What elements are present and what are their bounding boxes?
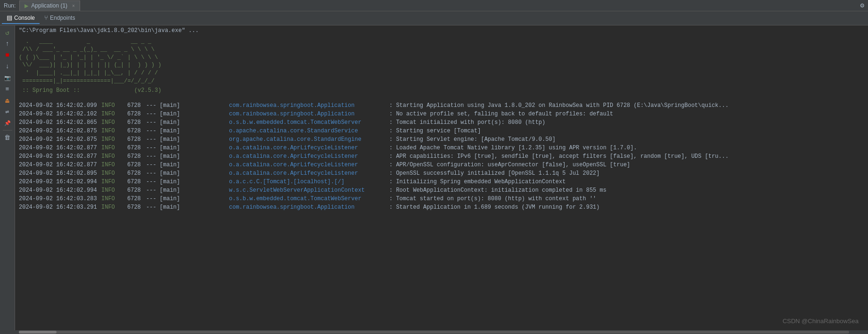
log-level: INFO [101, 118, 127, 127]
stop-button[interactable]: ■ [1, 50, 14, 60]
log-line: 2024-09-02 16:42:02.875 INFO 6728 --- [ … [19, 135, 864, 144]
snapshot-button[interactable]: 📷 [1, 73, 14, 83]
log-pid: 6728 [127, 195, 146, 203]
settings-icon[interactable]: ⚙ [860, 1, 864, 9]
log-timestamp: 2024-09-02 16:42:02.865 [19, 118, 101, 127]
log-separator: --- [ [146, 127, 163, 135]
log-pid: 6728 [127, 203, 146, 212]
log-separator: --- [ [146, 144, 163, 152]
log-logger: com.rainbowsea.springboot.Application [229, 203, 389, 212]
log-level: INFO [101, 127, 127, 135]
log-logger: o.a.catalina.core.AprLifecycleListener [229, 169, 389, 178]
log-timestamp: 2024-09-02 16:42:03.283 [19, 195, 101, 203]
tab-title: Application (1) [31, 2, 67, 9]
log-line: 2024-09-02 16:42:03.291 INFO 6728 --- [ … [19, 203, 864, 212]
log-level: INFO [101, 110, 127, 118]
log-message: : Starting Application using Java 1.8.0_… [389, 101, 729, 110]
log-logger: o.s.b.w.embedded.tomcat.TomcatWebServer [229, 118, 389, 127]
log-line: 2024-09-02 16:42:02.865 INFO 6728 --- [ … [19, 118, 864, 127]
log-level: INFO [101, 101, 127, 110]
log-message: : Tomcat initialized with port(s): 8080 … [389, 118, 545, 127]
toolbar-row: ▤ Console ⑂ Endpoints [0, 11, 868, 25]
log-line: 2024-09-02 16:42:02.877 INFO 6728 --- [ … [19, 161, 864, 169]
log-thread: main] [163, 135, 229, 144]
log-thread: main] [163, 178, 229, 186]
endpoints-icon: ⑂ [44, 14, 48, 21]
spring-version: :: Spring Boot :: (v2.5.3) [19, 87, 864, 94]
log-timestamp: 2024-09-02 16:42:02.875 [19, 135, 101, 144]
log-logger: o.s.b.w.embedded.tomcat.TomcatWebServer [229, 195, 389, 203]
tab-console[interactable]: ▤ Console [2, 12, 40, 24]
scroll-up-button[interactable]: ↑ [1, 39, 14, 49]
wrap-button[interactable]: ≡ [1, 84, 14, 94]
log-line: 2024-09-02 16:42:02.102 INFO 6728 --- [ … [19, 110, 864, 118]
close-tab-button[interactable]: ⏏ [1, 95, 14, 106]
log-line: 2024-09-02 16:42:02.099 INFO 6728 --- [ … [19, 101, 864, 110]
log-thread: main] [163, 101, 229, 110]
log-level: INFO [101, 169, 127, 178]
log-line: 2024-09-02 16:42:03.283 INFO 6728 --- [ … [19, 195, 864, 203]
log-thread: main] [163, 161, 229, 169]
log-separator: --- [ [146, 203, 163, 212]
log-container: 2024-09-02 16:42:02.099 INFO 6728 --- [ … [19, 101, 864, 328]
log-timestamp: 2024-09-02 16:42:02.877 [19, 144, 101, 152]
log-thread: main] [163, 169, 229, 178]
log-logger: com.rainbowsea.springboot.Application [229, 101, 389, 110]
log-level: INFO [101, 203, 127, 212]
horizontal-scrollbar[interactable] [0, 330, 868, 334]
log-pid: 6728 [127, 135, 146, 144]
log-pid: 6728 [127, 178, 146, 186]
log-timestamp: 2024-09-02 16:42:02.099 [19, 101, 101, 110]
log-line: 2024-09-02 16:42:02.994 INFO 6728 --- [ … [19, 178, 864, 186]
log-level: INFO [101, 152, 127, 161]
log-timestamp: 2024-09-02 16:42:02.877 [19, 152, 101, 161]
log-message: : Starting service [Tomcat] [389, 127, 481, 135]
tab-endpoints[interactable]: ⑂ Endpoints [40, 12, 80, 24]
log-logger: o.a.catalina.core.AprLifecycleListener [229, 144, 389, 152]
application-tab[interactable]: ▶ Application (1) × [19, 0, 80, 11]
clear-button[interactable]: 🗑 [1, 132, 14, 143]
console-icon: ▤ [7, 14, 12, 21]
log-pid: 6728 [127, 101, 146, 110]
log-message: : Starting Servlet engine: [Apache Tomca… [389, 135, 556, 144]
scrollbar-thumb[interactable] [19, 331, 57, 334]
console-tab-label: Console [14, 15, 35, 21]
log-timestamp: 2024-09-02 16:42:02.877 [19, 161, 101, 169]
log-thread: main] [163, 203, 229, 212]
tab-close-icon[interactable]: × [72, 3, 75, 8]
log-timestamp: 2024-09-02 16:42:02.994 [19, 178, 101, 186]
console-output[interactable]: "C:\Program Files\Java\jdk1.8.0_202\bin\… [15, 25, 868, 330]
sidebar: ↺ ↑ ■ ↓ 📷 ≡ ⏏ ⇌ 📌 🗑 [0, 25, 15, 330]
log-logger: o.a.catalina.core.AprLifecycleListener [229, 152, 389, 161]
log-message: : Initializing Spring embedded WebApplic… [389, 178, 565, 186]
log-message: : No active profile set, falling back to… [389, 110, 613, 118]
log-timestamp: 2024-09-02 16:42:02.875 [19, 127, 101, 135]
command-line: "C:\Program Files\Java\jdk1.8.0_202\bin\… [19, 27, 864, 34]
log-logger: w.s.c.ServletWebServerApplicationContext [229, 186, 389, 195]
log-message: : Tomcat started on port(s): 8080 (http)… [389, 195, 596, 203]
log-level: INFO [101, 195, 127, 203]
spring-banner: . ____ _ __ _ _ /\\ / ___'_ __ _ _(_)_ _… [19, 38, 864, 85]
log-line: 2024-09-02 16:42:02.994 INFO 6728 --- [ … [19, 186, 864, 195]
top-bar: Run: ▶ Application (1) × ⚙ [0, 0, 868, 11]
pin-button[interactable]: 📌 [1, 118, 14, 128]
log-separator: --- [ [146, 118, 163, 127]
log-timestamp: 2024-09-02 16:42:02.994 [19, 186, 101, 195]
log-thread: main] [163, 127, 229, 135]
log-pid: 6728 [127, 186, 146, 195]
log-pid: 6728 [127, 144, 146, 152]
log-separator: --- [ [146, 101, 163, 110]
log-separator: --- [ [146, 161, 163, 169]
log-line: 2024-09-02 16:42:02.877 INFO 6728 --- [ … [19, 152, 864, 161]
rerun-button[interactable]: ↺ [1, 27, 14, 38]
log-pid: 6728 [127, 110, 146, 118]
scrollbar-track[interactable] [19, 331, 849, 334]
split-button[interactable]: ⇌ [1, 106, 14, 117]
log-message: : APR/OpenSSL configuration: useAprConne… [389, 161, 630, 169]
log-pid: 6728 [127, 118, 146, 127]
log-logger: o.a.catalina.core.AprLifecycleListener [229, 161, 389, 169]
log-message: : Loaded Apache Tomcat Native library [1… [389, 144, 637, 152]
log-timestamp: 2024-09-02 16:42:03.291 [19, 203, 101, 212]
log-pid: 6728 [127, 169, 146, 178]
scroll-down-button[interactable]: ↓ [1, 61, 14, 72]
